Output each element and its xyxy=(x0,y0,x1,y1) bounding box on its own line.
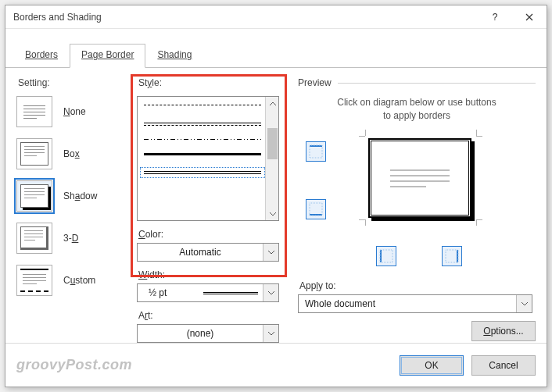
art-label: Art: xyxy=(138,310,287,321)
tab-page-border[interactable]: Page Border xyxy=(70,44,145,68)
color-label: Color: xyxy=(138,229,287,240)
dialog-title: Borders and Shading xyxy=(13,12,478,23)
width-label: Width: xyxy=(138,269,287,280)
setting-column: Setting: None Box xyxy=(16,74,126,343)
border-bottom-icon xyxy=(309,202,323,216)
help-button[interactable]: ? xyxy=(478,5,512,29)
style-option-dashdot[interactable] xyxy=(144,123,261,126)
style-column: Style: xyxy=(137,74,287,343)
preview-doc[interactable] xyxy=(368,138,471,218)
svg-rect-3 xyxy=(310,203,322,216)
svg-rect-5 xyxy=(380,250,392,262)
setting-label: Setting: xyxy=(18,77,126,88)
style-rows xyxy=(138,97,278,179)
chevron-down-icon xyxy=(268,331,274,336)
setting-custom[interactable]: Custom xyxy=(16,265,126,296)
setting-list: None Box Shadow xyxy=(16,96,126,296)
setting-shadow-thumb xyxy=(16,180,52,212)
setting-3d-thumb xyxy=(16,223,52,254)
style-option-double[interactable] xyxy=(144,171,261,174)
setting-shadow-label: Shadow xyxy=(63,191,97,201)
style-listbox[interactable] xyxy=(137,96,279,221)
setting-box[interactable]: Box xyxy=(16,138,126,169)
chevron-down-icon xyxy=(268,290,274,295)
apply-to-combo[interactable]: Whole document xyxy=(298,294,532,313)
cancel-button[interactable]: Cancel xyxy=(471,355,536,376)
tab-borders[interactable]: Borders xyxy=(13,44,70,68)
ok-button[interactable]: OK xyxy=(400,355,464,376)
border-top-button[interactable] xyxy=(306,141,326,162)
apply-to-arrow[interactable] xyxy=(516,295,532,312)
style-option-dashdotdot[interactable] xyxy=(144,139,261,140)
width-combo-arrow[interactable] xyxy=(263,284,278,301)
scroll-up-button[interactable] xyxy=(266,97,279,110)
apply-to-value: Whole document xyxy=(299,298,516,309)
preview-column: Preview Click on diagram below or use bu… xyxy=(298,74,536,343)
setting-3d-label: 3-D xyxy=(63,233,78,244)
border-left-icon xyxy=(379,249,393,263)
tab-shading[interactable]: Shading xyxy=(145,44,203,68)
art-combo[interactable]: (none) xyxy=(137,324,279,343)
setting-none[interactable]: None xyxy=(16,96,126,127)
color-combo-arrow[interactable] xyxy=(263,244,278,261)
border-right-icon xyxy=(445,249,459,263)
chevron-down-icon xyxy=(268,250,274,255)
watermark: groovyPost.com xyxy=(16,357,132,373)
svg-rect-1 xyxy=(310,145,322,158)
chevron-down-icon xyxy=(270,212,276,216)
setting-box-label: Box xyxy=(63,148,80,159)
setting-shadow[interactable]: Shadow xyxy=(16,180,126,212)
style-label: Style: xyxy=(138,77,287,88)
setting-3d[interactable]: 3-D xyxy=(16,223,126,254)
setting-custom-thumb xyxy=(16,265,52,296)
border-bottom-button[interactable] xyxy=(306,199,326,219)
color-combo[interactable]: Automatic xyxy=(137,243,279,262)
options-button[interactable]: Options... xyxy=(471,321,536,341)
dialog-body: Setting: None Box xyxy=(5,68,547,343)
setting-none-label: None xyxy=(63,106,86,117)
scroll-down-button[interactable] xyxy=(266,207,279,220)
titlebar: Borders and Shading ? xyxy=(5,5,547,29)
width-sample xyxy=(203,292,263,294)
color-value: Automatic xyxy=(138,247,263,258)
close-button[interactable] xyxy=(512,5,547,29)
tab-strip: Borders Page Border Shading xyxy=(5,29,547,68)
preview-label: Preview xyxy=(298,77,332,88)
width-combo[interactable]: ½ pt xyxy=(137,283,279,302)
style-option-thick[interactable] xyxy=(144,153,261,158)
borders-shading-dialog: Borders and Shading ? Borders Page Borde… xyxy=(5,5,547,387)
dialog-footer: groovyPost.com OK Cancel xyxy=(5,343,547,387)
svg-rect-7 xyxy=(446,250,458,262)
preview-hint: Click on diagram below or use buttons to… xyxy=(298,96,536,123)
style-option-dashed[interactable] xyxy=(144,105,261,109)
scroll-thumb[interactable] xyxy=(267,128,278,159)
setting-box-thumb xyxy=(16,138,52,169)
art-combo-arrow[interactable] xyxy=(263,325,278,342)
chevron-up-icon xyxy=(270,102,276,106)
art-value: (none) xyxy=(138,328,263,339)
border-left-button[interactable] xyxy=(376,246,396,266)
border-top-icon xyxy=(309,144,323,159)
setting-none-thumb xyxy=(16,96,52,127)
setting-custom-label: Custom xyxy=(63,275,95,286)
chevron-down-icon xyxy=(522,301,528,306)
border-right-button[interactable] xyxy=(442,246,462,266)
width-value: ½ pt xyxy=(138,287,203,298)
style-scrollbar[interactable] xyxy=(265,97,278,220)
preview-stage xyxy=(298,132,536,273)
close-icon xyxy=(525,13,533,21)
apply-to-label: Apply to: xyxy=(299,280,536,291)
